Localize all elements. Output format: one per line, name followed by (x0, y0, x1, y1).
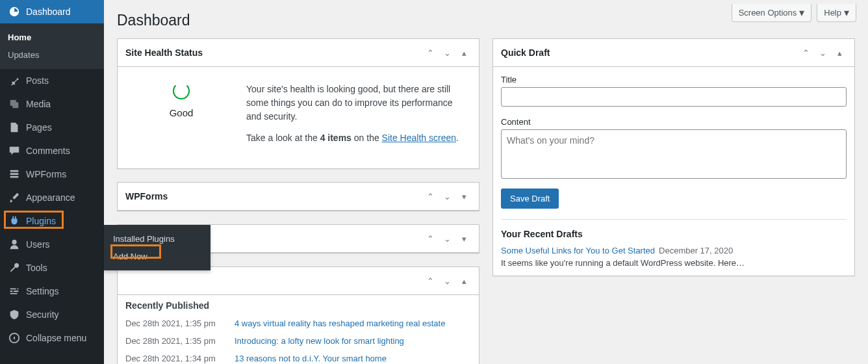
sidebar-item-dashboard[interactable]: Dashboard (0, 0, 104, 23)
comment-icon (8, 144, 21, 157)
draft-title-input[interactable] (501, 87, 847, 107)
sidebar-item-wpforms[interactable]: WPForms (0, 162, 104, 186)
form-icon (8, 168, 21, 181)
panel-activity: ⌃ ⌄ ▴ Recently Published Dec 28th 2021, … (117, 266, 479, 364)
panel-toggle-icon[interactable]: ▴ (457, 274, 471, 288)
panel-site-health: Site Health Status ⌃ ⌄ ▴ Good Your site'… (117, 38, 479, 169)
activity-date: Dec 28th 2021, 1:34 pm (125, 354, 223, 363)
admin-sidebar: Dashboard Home Updates Posts Media Pages… (0, 0, 104, 364)
plugin-icon (8, 214, 21, 228)
panel-wpforms: WPForms ⌃ ⌄ ▾ (117, 182, 479, 211)
sidebar-collapse[interactable]: Collapse menu (0, 326, 104, 350)
wrench-icon (8, 261, 21, 274)
activity-row: Dec 28th 2021, 1:35 pm4 ways virtual rea… (125, 315, 471, 332)
sidebar-item-plugins[interactable]: Plugins (0, 209, 104, 233)
dashboard-icon (8, 5, 21, 18)
activity-date: Dec 28th 2021, 1:35 pm (125, 318, 223, 328)
sidebar-label: Pages (26, 122, 52, 133)
sidebar-label: WPForms (26, 169, 66, 179)
caret-down-icon: ▾ (844, 6, 849, 19)
sidebar-label: Media (26, 99, 51, 109)
panel-title: Quick Draft (501, 47, 550, 58)
brush-icon (8, 191, 21, 204)
sidebar-label: Settings (26, 286, 59, 296)
sidebar-label: Users (26, 239, 50, 250)
sidebar-label: Collapse menu (26, 333, 86, 343)
panel-move-down-icon[interactable]: ⌄ (440, 274, 454, 288)
save-draft-button[interactable]: Save Draft (501, 188, 559, 209)
panel-move-up-icon[interactable]: ⌃ (423, 189, 437, 203)
sidebar-item-appearance[interactable]: Appearance (0, 186, 104, 209)
sidebar-item-settings[interactable]: Settings (0, 280, 104, 303)
collapse-icon (8, 332, 21, 344)
caret-down-icon: ▾ (799, 6, 804, 19)
content-label: Content (501, 117, 847, 127)
panel-toggle-icon[interactable]: ▴ (457, 46, 471, 60)
health-status-text: Good (129, 107, 233, 118)
panel-move-down-icon[interactable]: ⌄ (815, 46, 830, 60)
sidebar-item-comments[interactable]: Comments (0, 139, 104, 162)
panel-move-up-icon[interactable]: ⌃ (423, 231, 437, 246)
sidebar-item-media[interactable]: Media (0, 92, 104, 116)
sidebar-label: Posts (26, 75, 49, 86)
sidebar-item-users[interactable]: Users (0, 233, 104, 256)
sidebar-label: Security (26, 309, 59, 320)
activity-post-link[interactable]: 13 reasons not to d.i.Y. Your smart home (235, 354, 387, 363)
recent-drafts-title: Your Recent Drafts (501, 229, 847, 239)
activity-date: Dec 28th 2021, 1:35 pm (125, 336, 223, 346)
plugins-flyout: Installed Plugins Add New (104, 225, 211, 270)
page-icon (8, 121, 21, 134)
sidebar-label: Dashboard (26, 6, 71, 17)
draft-content-textarea[interactable] (501, 129, 847, 179)
shield-icon (8, 308, 21, 321)
activity-subtitle: Recently Published (125, 295, 471, 315)
panel-title: Site Health Status (125, 47, 203, 58)
activity-row: Dec 28th 2021, 1:34 pm13 reasons not to … (125, 350, 471, 364)
flyout-installed-plugins[interactable]: Installed Plugins (104, 230, 211, 248)
health-description: Your site's health is looking good, but … (246, 83, 467, 124)
panel-toggle-icon[interactable]: ▴ (832, 46, 847, 60)
sidebar-item-tools[interactable]: Tools (0, 256, 104, 280)
media-icon (8, 98, 21, 110)
sidebar-item-posts[interactable]: Posts (0, 69, 104, 92)
panel-move-down-icon[interactable]: ⌄ (440, 46, 454, 60)
sidebar-label: Plugins (26, 216, 56, 226)
main-content: Screen Options ▾ Help ▾ Dashboard Site H… (104, 0, 868, 364)
pin-icon (8, 74, 21, 87)
activity-post-link[interactable]: Introducing: a lofty new look for smart … (235, 336, 404, 346)
health-indicator-icon (173, 83, 190, 99)
title-label: Title (501, 75, 847, 84)
panel-move-down-icon[interactable]: ⌄ (440, 189, 454, 203)
screen-meta-buttons: Screen Options ▾ Help ▾ (732, 4, 856, 22)
user-icon (8, 238, 21, 251)
sidebar-label: Tools (26, 263, 47, 273)
sidebar-item-pages[interactable]: Pages (0, 116, 104, 139)
panel-move-up-icon[interactable]: ⌃ (798, 46, 813, 60)
recent-draft-link[interactable]: Some Useful Links for You to Get Started (501, 246, 655, 255)
health-items-line: Take a look at the 4 items on the Site H… (246, 131, 467, 145)
panel-toggle-icon[interactable]: ▾ (457, 231, 471, 246)
sidebar-sub-home[interactable]: Home (0, 29, 104, 46)
panel-quick-draft: Quick Draft ⌃ ⌄ ▴ Title Content Save Dra… (492, 38, 855, 276)
activity-row: Dec 28th 2021, 1:35 pmIntroducing: a lof… (125, 332, 471, 350)
panel-toggle-icon[interactable]: ▾ (457, 189, 471, 203)
panel-title: WPForms (125, 191, 168, 202)
panel-move-up-icon[interactable]: ⌃ (423, 274, 437, 288)
recent-draft-row: Some Useful Links for You to Get Started… (501, 246, 847, 255)
sidebar-submenu-dashboard: Home Updates (0, 23, 104, 69)
help-button[interactable]: Help ▾ (817, 4, 856, 22)
activity-post-link[interactable]: 4 ways virtual reality has reshaped mark… (235, 318, 445, 328)
recent-draft-date: December 17, 2020 (659, 246, 733, 255)
sidebar-sub-updates[interactable]: Updates (0, 46, 104, 64)
site-health-link[interactable]: Site Health screen (382, 133, 456, 143)
screen-options-button[interactable]: Screen Options ▾ (732, 4, 812, 22)
sidebar-label: Comments (26, 146, 70, 156)
sidebar-label: Appearance (26, 192, 75, 203)
slider-icon (8, 285, 21, 298)
panel-move-down-icon[interactable]: ⌄ (440, 231, 454, 246)
panel-move-up-icon[interactable]: ⌃ (423, 46, 437, 60)
sidebar-item-security[interactable]: Security (0, 303, 104, 326)
flyout-add-new[interactable]: Add New (104, 248, 211, 265)
recent-draft-excerpt: It seems like you're running a default W… (501, 258, 847, 268)
